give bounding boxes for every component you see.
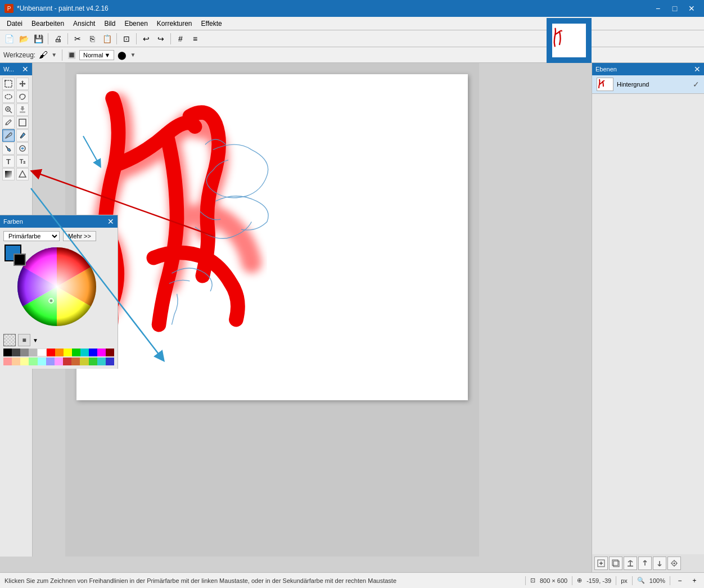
- palette-teal[interactable]: [97, 358, 106, 365]
- layer-up-button[interactable]: [638, 557, 652, 570]
- save-button[interactable]: 💾: [31, 32, 45, 46]
- palette-peach[interactable]: [12, 358, 20, 365]
- palette-row-2: [3, 358, 114, 365]
- palette-yellow[interactable]: [64, 349, 72, 356]
- more-colors-button[interactable]: Mehr >>: [63, 231, 96, 241]
- palette-navy[interactable]: [106, 358, 114, 365]
- menu-ansicht[interactable]: Ansicht: [69, 17, 100, 30]
- tool-gradient[interactable]: [2, 168, 15, 180]
- menu-datei[interactable]: Datei: [2, 17, 27, 30]
- minimize-button[interactable]: −: [650, 2, 666, 15]
- palette-black[interactable]: [3, 349, 12, 356]
- grid-button[interactable]: #: [174, 32, 187, 46]
- tool-eyedropper[interactable]: [16, 129, 29, 142]
- palette-white[interactable]: [37, 349, 47, 356]
- toolbox-close-button[interactable]: ✕: [22, 65, 29, 74]
- layer-down-button[interactable]: [653, 557, 666, 570]
- palette-lightred[interactable]: [3, 358, 12, 365]
- unit: px: [621, 577, 628, 584]
- palette-lightgray[interactable]: [29, 349, 37, 356]
- blend-dropdown-arrow: ▼: [105, 52, 111, 58]
- status-sep2: [572, 576, 572, 585]
- tool-ellipse[interactable]: [2, 91, 15, 103]
- palette-darkred[interactable]: [106, 349, 114, 356]
- layer-duplicate-button[interactable]: [609, 557, 622, 570]
- title-bar-controls: − □ ✕: [650, 2, 700, 15]
- tool-select-rect[interactable]: [2, 78, 15, 90]
- palette-darkgray[interactable]: [12, 349, 20, 356]
- svg-point-36: [674, 563, 675, 564]
- palette-lightyellow[interactable]: [20, 358, 29, 365]
- redo-button[interactable]: ↪: [154, 32, 168, 46]
- blend-mode-dropdown[interactable]: Normal ▼: [79, 50, 114, 60]
- menu-effekte[interactable]: Effekte: [197, 17, 227, 30]
- close-button[interactable]: ✕: [684, 2, 700, 15]
- colors-title: Farben: [3, 218, 23, 225]
- zoom-in-button[interactable]: +: [689, 576, 700, 586]
- ebenen-close-button[interactable]: ✕: [694, 65, 701, 74]
- layer-hintergrund[interactable]: Hintergrund ✓: [592, 75, 704, 94]
- canvas-area[interactable]: [65, 63, 479, 557]
- color-settings-icon[interactable]: ■: [18, 334, 30, 346]
- palette-lightblue[interactable]: [46, 358, 55, 365]
- color-dropdown-arrow: ▼: [33, 337, 38, 343]
- tool-text2[interactable]: T₂: [16, 155, 29, 168]
- colors-close-button[interactable]: ✕: [107, 217, 114, 226]
- paste-button[interactable]: 📋: [100, 32, 114, 46]
- palette-medred[interactable]: [63, 358, 71, 365]
- palette-lightgreen[interactable]: [29, 358, 37, 365]
- menu-ebenen[interactable]: Ebenen: [120, 17, 152, 30]
- print-button[interactable]: 🖨: [51, 32, 65, 46]
- tool-shapes2[interactable]: [16, 168, 29, 180]
- new-button[interactable]: 📄: [2, 32, 16, 46]
- palette-lightcyan[interactable]: [38, 358, 46, 365]
- copy-button[interactable]: ⎘: [85, 32, 99, 46]
- main-layout: W... ✕: [0, 63, 704, 572]
- layer-visible-icon[interactable]: ✓: [693, 80, 700, 89]
- tool-pencil[interactable]: [2, 116, 15, 129]
- sep4: [136, 33, 137, 44]
- palette-pink[interactable]: [55, 358, 63, 365]
- palette-magenta[interactable]: [97, 349, 106, 356]
- color-wheel-svg[interactable]: [15, 245, 99, 329]
- menu-bearbeiten[interactable]: Bearbeiten: [27, 17, 69, 30]
- annotation-arrows: [76, 74, 273, 215]
- layer-settings-button[interactable]: [667, 557, 681, 570]
- cut-button[interactable]: ✂: [71, 32, 84, 46]
- secondary-color-swatch[interactable]: [13, 254, 26, 266]
- tool-fill[interactable]: [2, 142, 15, 155]
- zoom-out-button[interactable]: −: [675, 576, 685, 586]
- tool-lasso[interactable]: [16, 91, 29, 103]
- palette-orange[interactable]: [55, 349, 64, 356]
- tool-move[interactable]: [16, 78, 29, 90]
- maximize-button[interactable]: □: [667, 2, 683, 15]
- layer-merge-button[interactable]: [624, 557, 637, 570]
- palette-blue[interactable]: [89, 349, 97, 356]
- menu-korrekturen[interactable]: Korrekturen: [152, 17, 197, 30]
- palette-olive[interactable]: [80, 358, 88, 365]
- palette-red[interactable]: [47, 349, 55, 356]
- tool-text[interactable]: T: [2, 155, 15, 168]
- palette-gray[interactable]: [20, 349, 29, 356]
- color-wheel-container[interactable]: [15, 245, 114, 331]
- transparency-icon[interactable]: [3, 334, 16, 346]
- primary-color-swatch[interactable]: [4, 245, 21, 261]
- tool-zoom[interactable]: [2, 103, 15, 116]
- palette-brown[interactable]: [71, 358, 80, 365]
- svg-point-18: [50, 300, 52, 302]
- crop-button[interactable]: ⊡: [120, 32, 133, 46]
- palette-green[interactable]: [72, 349, 80, 356]
- canvas-container[interactable]: [76, 74, 468, 400]
- palette-medgreen[interactable]: [89, 358, 97, 365]
- tool-shapes[interactable]: [16, 116, 29, 129]
- tool-recolor[interactable]: [16, 142, 29, 155]
- tool-brush[interactable]: [2, 129, 15, 142]
- layer-add-button[interactable]: [594, 557, 608, 570]
- open-button[interactable]: 📂: [17, 32, 30, 46]
- menu-bild[interactable]: Bild: [100, 17, 120, 30]
- extras-button[interactable]: ≡: [188, 32, 202, 46]
- palette-cyan[interactable]: [80, 349, 89, 356]
- undo-button[interactable]: ↩: [139, 32, 153, 46]
- color-mode-select[interactable]: Primärfarbe Sekundärfarbe: [3, 231, 60, 241]
- tool-pan[interactable]: [16, 103, 29, 116]
